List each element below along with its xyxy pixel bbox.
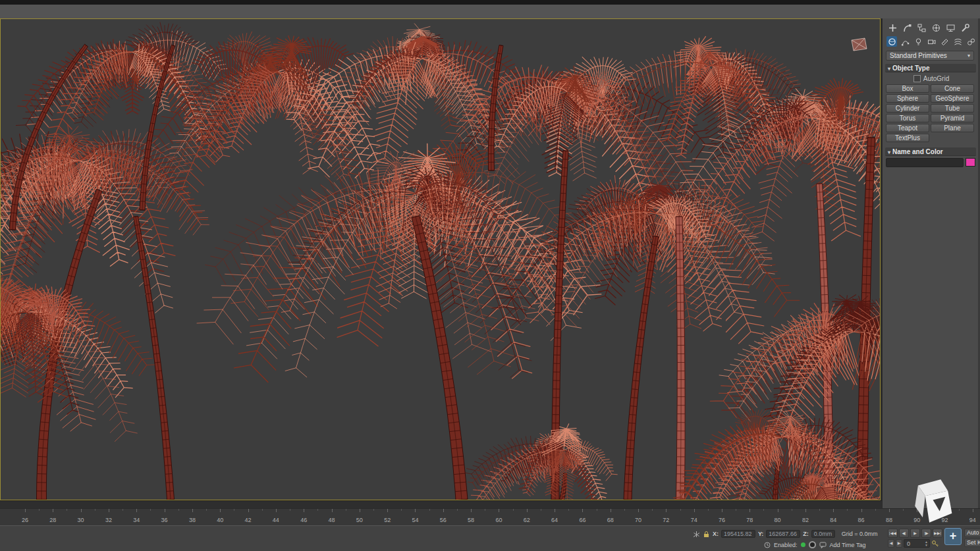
teapot-button[interactable]: Teapot xyxy=(886,124,929,132)
current-frame-field[interactable]: 0 ▲▼ xyxy=(904,539,930,548)
cone-button[interactable]: Cone xyxy=(931,84,974,93)
timeline-tick-mark xyxy=(694,509,695,512)
timeline-tick-mark-minor xyxy=(736,509,736,511)
timeline-tick-mark-minor xyxy=(541,509,541,511)
create-tab-icon[interactable] xyxy=(887,22,898,33)
box-button[interactable]: Box xyxy=(886,84,929,93)
auto-key-button[interactable]: Auto K xyxy=(964,529,980,537)
geosphere-button[interactable]: GeoSphere xyxy=(931,94,974,103)
timeline-tick-mark xyxy=(471,509,472,512)
timeline-tick-mark xyxy=(53,509,53,512)
timeline-tick-mark xyxy=(861,509,862,512)
timeline-tick-mark xyxy=(555,509,555,512)
set-keys-button[interactable]: + xyxy=(944,528,962,545)
timeline-tick-mark-minor xyxy=(652,509,653,511)
z-coordinate-field[interactable]: 0.0mm xyxy=(811,530,835,538)
primitives-dropdown[interactable]: Standard Primitives ▾ xyxy=(886,51,974,61)
timeline-tick-mark-minor xyxy=(680,509,681,511)
palm-wireframe xyxy=(676,217,685,500)
prev-frame-button[interactable]: ◀| xyxy=(899,529,909,538)
timeline-tick-label: 32 xyxy=(105,517,112,523)
helpers-category-icon[interactable] xyxy=(939,36,950,47)
pyramid-button[interactable]: Pyramid xyxy=(931,114,974,122)
cylinder-button[interactable]: Cylinder xyxy=(886,104,929,113)
hierarchy-tab-icon[interactable] xyxy=(916,22,927,33)
timeline-tick-mark xyxy=(722,509,722,512)
lock-icon[interactable] xyxy=(703,531,710,538)
tube-button[interactable]: Tube xyxy=(931,104,974,113)
object-name-input[interactable] xyxy=(886,158,964,167)
x-coordinate-field[interactable]: 195415.82 xyxy=(721,530,755,538)
play-button[interactable]: ▶ xyxy=(910,529,920,538)
timeline-tick-label: 94 xyxy=(969,517,976,523)
utilities-tab-icon[interactable] xyxy=(960,22,970,33)
modify-tab-icon[interactable] xyxy=(902,22,912,33)
object-color-swatch[interactable] xyxy=(966,158,975,167)
go-end-button[interactable]: ▶▶| xyxy=(933,529,942,538)
plane-button[interactable]: Plane xyxy=(931,124,974,132)
name-and-color-rollout-header[interactable]: ▾Name and Color xyxy=(885,147,976,156)
current-frame-value: 0 xyxy=(904,540,925,547)
add-time-tag-button[interactable]: Add Time Tag xyxy=(830,542,866,548)
timeline-tick-mark xyxy=(25,509,26,512)
timeline-tick-mark-minor xyxy=(206,509,207,511)
enabled-green-indicator[interactable] xyxy=(801,542,805,547)
timeline-tick-mark-minor xyxy=(457,509,458,511)
set-key-button[interactable]: Set K xyxy=(964,538,980,547)
timeline-tick-mark-minor xyxy=(624,509,625,511)
timeline-tick-mark-minor xyxy=(373,509,374,511)
autogrid-checkbox[interactable]: AutoGrid xyxy=(883,75,980,82)
timeline-tick-label: 80 xyxy=(775,517,781,523)
torus-button[interactable]: Torus xyxy=(886,114,929,122)
timeline-tick-label: 58 xyxy=(468,517,474,523)
timeline-tick-mark xyxy=(749,509,750,512)
next-frame-button[interactable]: |▶ xyxy=(921,529,931,538)
object-type-rollout-header[interactable]: ▾Object Type xyxy=(885,64,976,72)
frame-spinner[interactable]: ▲▼ xyxy=(925,540,929,547)
frame-controls: ◀ ▶ 0 ▲▼ xyxy=(888,539,939,548)
timeline-tick-mark-minor xyxy=(568,509,569,511)
timeline-tick-mark xyxy=(973,509,973,512)
time-slider-ruler[interactable]: 2628303234363840424446485052545658606264… xyxy=(0,508,980,526)
timeline-tick-label: 34 xyxy=(133,517,140,523)
sphere-button[interactable]: Sphere xyxy=(886,94,929,103)
record-indicator[interactable] xyxy=(809,541,816,548)
key-step-forward-button[interactable]: ▶ xyxy=(896,539,902,548)
timeline-tick-label: 48 xyxy=(329,517,335,523)
timeline-tick-mark-minor xyxy=(485,509,485,511)
geometry-category-icon[interactable] xyxy=(886,36,897,47)
go-start-button[interactable]: |◀◀ xyxy=(888,529,898,538)
palm-wireframe xyxy=(852,38,867,51)
lights-category-icon[interactable] xyxy=(913,36,923,47)
shapes-category-icon[interactable] xyxy=(900,36,910,47)
timeline-tick-mark xyxy=(833,509,834,512)
y-coordinate-field[interactable]: 162687.66 xyxy=(766,530,800,538)
timeline-tick-mark-minor xyxy=(178,509,179,511)
timeline-tick-label: 54 xyxy=(412,517,418,523)
rollout-collapse-icon: ▾ xyxy=(888,66,890,72)
timeline-tick-label: 62 xyxy=(524,517,530,523)
transform-gizmo-icon[interactable] xyxy=(693,531,700,538)
timeline-tick-mark xyxy=(805,509,806,512)
timeline-tick-label: 30 xyxy=(78,517,84,523)
timeline-tick-mark-minor xyxy=(150,509,151,511)
key-step-back-button[interactable]: ◀ xyxy=(888,539,894,548)
viewport[interactable] xyxy=(0,18,881,500)
status-bar: X: 195415.82 Y: 162687.66 Z: 0.0mm Grid … xyxy=(0,525,980,551)
speech-bubble-icon xyxy=(819,542,827,548)
timeline-tick-label: 46 xyxy=(300,517,307,523)
timeline-tick-label: 40 xyxy=(217,517,223,523)
timeline-tick-mark-minor xyxy=(763,509,764,511)
timeline-tick-label: 72 xyxy=(663,517,669,523)
key-mode-icon[interactable] xyxy=(931,540,939,548)
viewport-canvas xyxy=(1,19,880,500)
timeline-tick-label: 44 xyxy=(273,517,279,523)
timeline-tick-label: 36 xyxy=(161,517,168,523)
space-warps-category-icon[interactable] xyxy=(952,36,963,47)
timeline-tick-mark-minor xyxy=(708,509,709,511)
motion-tab-icon[interactable] xyxy=(931,22,941,33)
cameras-category-icon[interactable] xyxy=(926,36,937,47)
display-tab-icon[interactable] xyxy=(945,22,956,33)
systems-category-icon[interactable] xyxy=(966,36,976,47)
textplus-button[interactable]: TextPlus xyxy=(886,134,929,142)
